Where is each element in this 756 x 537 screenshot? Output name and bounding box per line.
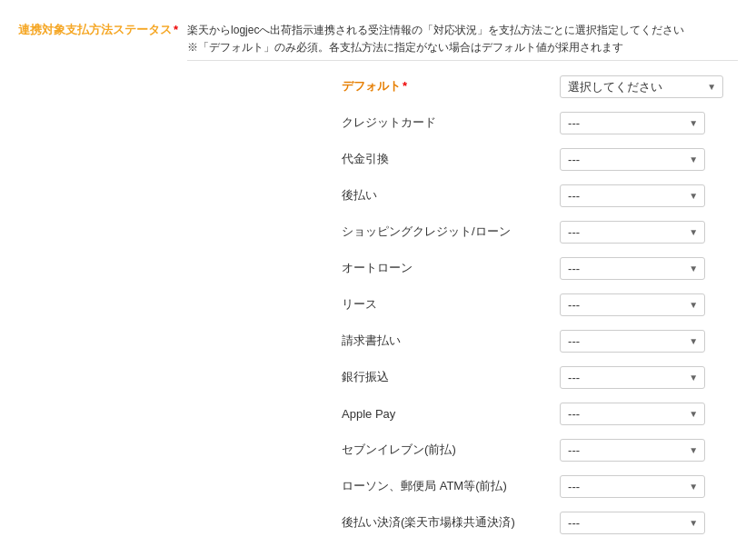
form-row: 代金引換---▼ xyxy=(342,144,738,174)
dropdown-wrapper-credit_card: ---▼ xyxy=(560,112,705,134)
page-container: 連携対象支払方法ステータス* 楽天からlogjecへ出荷指示連携される受注情報の… xyxy=(0,0,756,537)
form-row: 後払い---▼ xyxy=(342,181,738,210)
dropdown-lawson_postal[interactable]: --- xyxy=(560,475,705,498)
section-description: 楽天からlogjecへ出荷指示連携される受注情報の「対応状況」を支払方法ごとに選… xyxy=(187,22,738,56)
dropdown-wrapper-cash_on_delivery: ---▼ xyxy=(560,148,705,171)
section-label: 連携対象支払方法ステータス* xyxy=(18,21,178,36)
form-row: Apple Pay---▼ xyxy=(342,399,738,428)
dropdown-deferred_market[interactable]: --- xyxy=(560,512,705,534)
dropdown-wrapper-deferred_payment: ---▼ xyxy=(560,184,705,207)
dropdown-wrapper-lawson_postal: ---▼ xyxy=(560,475,705,498)
form-row: セブンイレブン(前払)---▼ xyxy=(342,435,738,464)
dropdown-wrapper-default: 選択してください▼ xyxy=(560,75,723,98)
form-row: オートローン---▼ xyxy=(342,254,738,283)
dropdown-apple_pay[interactable]: --- xyxy=(560,403,705,425)
field-label-deferred_payment: 後払い xyxy=(342,187,560,204)
divider xyxy=(187,60,738,61)
field-label-invoice: 請求書払い xyxy=(342,333,560,349)
dropdown-seven_eleven[interactable]: --- xyxy=(560,439,705,462)
dropdown-cash_on_delivery[interactable]: --- xyxy=(560,148,705,171)
dropdown-default[interactable]: 選択してください xyxy=(560,75,723,98)
field-label-lawson_postal: ローソン、郵便局 ATM等(前払) xyxy=(342,478,560,494)
field-label-auto_loan: オートローン xyxy=(342,260,560,276)
field-label-default: デフォルト* xyxy=(342,78,560,94)
dropdown-deferred_payment[interactable]: --- xyxy=(560,184,705,207)
field-label-shopping_credit: ショッピングクレジット/ローン xyxy=(342,224,560,240)
field-label-bank_transfer: 銀行振込 xyxy=(342,369,560,385)
field-label-apple_pay: Apple Pay xyxy=(342,407,560,421)
form-row: 銀行振込---▼ xyxy=(342,363,738,392)
dropdown-lease[interactable]: --- xyxy=(560,293,705,316)
form-row: 請求書払い---▼ xyxy=(342,326,738,355)
field-label-credit_card: クレジットカード xyxy=(342,114,560,131)
form-area: デフォルト*選択してください▼クレジットカード---▼代金引換---▼後払い--… xyxy=(342,72,738,537)
dropdown-wrapper-bank_transfer: ---▼ xyxy=(560,366,705,389)
dropdown-wrapper-apple_pay: ---▼ xyxy=(560,403,705,425)
form-row: リース---▼ xyxy=(342,290,738,319)
dropdown-credit_card[interactable]: --- xyxy=(560,112,705,134)
dropdown-auto_loan[interactable]: --- xyxy=(560,257,705,280)
dropdown-invoice[interactable]: --- xyxy=(560,330,705,353)
dropdown-wrapper-seven_eleven: ---▼ xyxy=(560,439,705,462)
dropdown-wrapper-lease: ---▼ xyxy=(560,293,705,316)
form-row: ショッピングクレジット/ローン---▼ xyxy=(342,217,738,246)
form-row: 後払い決済(楽天市場様共通決済)---▼ xyxy=(342,508,738,537)
dropdown-wrapper-auto_loan: ---▼ xyxy=(560,257,705,280)
field-label-lease: リース xyxy=(342,296,560,313)
form-row: クレジットカード---▼ xyxy=(342,108,738,137)
content-wrapper: 連携対象支払方法ステータス* 楽天からlogjecへ出荷指示連携される受注情報の… xyxy=(18,15,738,537)
dropdown-bank_transfer[interactable]: --- xyxy=(560,366,705,389)
field-label-cash_on_delivery: 代金引換 xyxy=(342,151,560,167)
dropdown-wrapper-shopping_credit: ---▼ xyxy=(560,221,705,244)
main-content: 楽天からlogjecへ出荷指示連携される受注情報の「対応状況」を支払方法ごとに選… xyxy=(187,22,738,537)
form-row: デフォルト*選択してください▼ xyxy=(342,72,738,101)
field-label-deferred_market: 後払い決済(楽天市場様共通決済) xyxy=(342,514,560,531)
field-label-seven_eleven: セブンイレブン(前払) xyxy=(342,442,560,458)
left-label-col: 連携対象支払方法ステータス* xyxy=(18,22,187,537)
dropdown-shopping_credit[interactable]: --- xyxy=(560,221,705,244)
form-row: ローソン、郵便局 ATM等(前払)---▼ xyxy=(342,472,738,501)
dropdown-wrapper-invoice: ---▼ xyxy=(560,330,705,353)
dropdown-wrapper-deferred_market: ---▼ xyxy=(560,512,705,534)
